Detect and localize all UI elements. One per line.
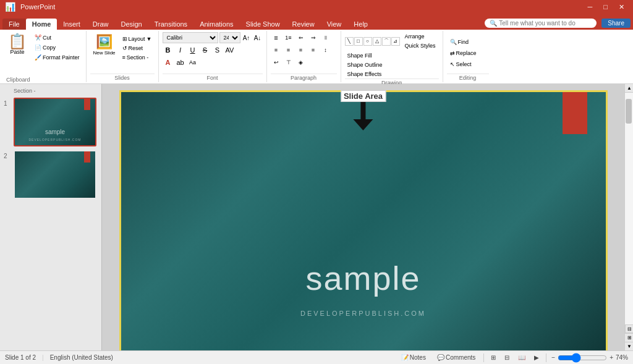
shape-btn-2[interactable]: □ — [354, 37, 363, 46]
increase-font-button[interactable]: A↑ — [242, 33, 252, 43]
slide-panel: Section - 1 sample DEVELOPERPUBLISH.COM … — [0, 84, 102, 350]
view-normal-button[interactable]: ⊞ — [489, 353, 498, 362]
main-area: Section - 1 sample DEVELOPERPUBLISH.COM … — [0, 84, 633, 350]
shape-effects-button[interactable]: Shape Effects — [345, 70, 439, 78]
tab-transitions[interactable]: Transitions — [148, 19, 193, 30]
text-case-button[interactable]: Aa — [187, 57, 198, 68]
align-right-button[interactable]: ≡ — [295, 44, 307, 56]
tab-help[interactable]: Help — [347, 19, 374, 30]
language-indicator[interactable]: English (United States) — [50, 354, 113, 361]
cut-icon: ✂️ — [35, 35, 41, 41]
slide-red-bar — [563, 92, 587, 134]
bullets-button[interactable]: ≡ — [271, 32, 282, 43]
shape-btn-1[interactable]: ╲ — [345, 37, 354, 46]
search-input[interactable] — [499, 20, 592, 27]
scroll-page-down-button[interactable]: ⊟ — [625, 324, 633, 333]
format-painter-button[interactable]: 🖌️ Format Painter — [32, 53, 82, 62]
tab-slideshow[interactable]: Slide Show — [240, 19, 286, 30]
view-slide-sorter-button[interactable]: ⊟ — [503, 353, 511, 362]
decrease-font-button[interactable]: A↓ — [253, 33, 263, 43]
zoom-level[interactable]: 74% — [616, 354, 628, 361]
paste-button[interactable]: 📋 Paste — [4, 32, 31, 57]
scroll-track — [625, 93, 633, 324]
shape-btn-5[interactable]: ⌒ — [382, 37, 391, 46]
comments-icon: 💬 — [437, 354, 444, 361]
shadow-button[interactable]: S — [212, 44, 223, 56]
slide-thumbnail-2[interactable]: 2 — [4, 150, 98, 199]
strikethrough-button[interactable]: S — [200, 44, 211, 56]
italic-button[interactable]: I — [175, 44, 186, 56]
slide-info: Slide 1 of 2 — [5, 354, 36, 361]
scroll-page-up-button[interactable]: ⊞ — [625, 333, 633, 342]
underline-button[interactable]: U — [187, 44, 198, 56]
tab-draw[interactable]: Draw — [87, 19, 115, 30]
tab-design[interactable]: Design — [114, 19, 148, 30]
tab-view[interactable]: View — [321, 19, 348, 30]
minimize-button[interactable]: ─ — [584, 3, 597, 11]
scroll-down-button[interactable]: ▼ — [625, 342, 633, 350]
font-color-button[interactable]: A — [163, 57, 174, 68]
tab-file[interactable]: File — [2, 19, 26, 30]
search-box[interactable]: 🔍 — [485, 19, 597, 28]
find-button[interactable]: 🔍 Find — [447, 37, 489, 47]
align-center-button[interactable]: ≡ — [283, 44, 294, 56]
decrease-indent-button[interactable]: ⇐ — [295, 32, 307, 43]
align-text-button[interactable]: ⊤ — [283, 57, 294, 68]
font-name-select[interactable]: Calibri — [163, 32, 218, 43]
shape-btn-3[interactable]: ○ — [363, 37, 372, 46]
numbering-button[interactable]: 1≡ — [283, 32, 294, 43]
notes-button[interactable]: 📝 Notes — [398, 353, 429, 362]
replace-button[interactable]: ⇄ Replace — [447, 48, 489, 58]
font-size-select[interactable]: 24 — [219, 32, 240, 43]
quick-styles-button[interactable]: Quick Styles — [402, 41, 439, 50]
select-button[interactable]: ↖ Select — [447, 59, 489, 69]
cut-button[interactable]: ✂️ Cut — [32, 33, 82, 42]
align-left-button[interactable]: ≡ — [271, 44, 282, 56]
tab-home[interactable]: Home — [26, 19, 57, 30]
comments-button[interactable]: 💬 Comments — [434, 353, 478, 362]
zoom-range[interactable] — [558, 354, 607, 362]
copy-button[interactable]: 📄 Copy — [32, 43, 82, 52]
new-slide-button[interactable]: 🖼️ New Slide — [90, 32, 119, 57]
section-button[interactable]: ≡ Section - — [120, 53, 155, 62]
app-icon: 📊 — [5, 2, 15, 12]
layout-button[interactable]: ⊞ Layout ▼ — [120, 35, 155, 43]
shapes-palette: ╲ □ ○ △ ⌒ ⊿ — [345, 37, 401, 46]
text-direction-button[interactable]: ↩ — [271, 57, 282, 68]
shape-btn-4[interactable]: △ — [373, 37, 381, 46]
columns-button[interactable]: ⫴ — [320, 32, 331, 43]
maximize-button[interactable]: □ — [600, 3, 611, 11]
char-spacing-button[interactable]: AV — [224, 44, 236, 56]
line-spacing-button[interactable]: ↕ — [320, 44, 331, 56]
increase-indent-button[interactable]: ⇒ — [308, 32, 319, 43]
scroll-thumb[interactable] — [626, 99, 632, 124]
zoom-out-icon[interactable]: − — [551, 354, 555, 361]
tab-review[interactable]: Review — [286, 19, 321, 30]
slides-group-label: Slides — [90, 74, 155, 81]
bold-button[interactable]: B — [163, 44, 174, 56]
editing-group: 🔍 Find ⇄ Replace ↖ Select Editing — [443, 31, 493, 82]
section-label: Section - — [4, 88, 98, 94]
main-slide[interactable]: sample DEVELOPERPUBLISH.COM — [119, 90, 608, 350]
shape-fill-button[interactable]: Shape Fill — [345, 51, 439, 60]
smartart-button[interactable]: ◈ — [295, 57, 307, 68]
slide-subtitle: DEVELOPERPUBLISH.COM — [300, 310, 426, 317]
share-button[interactable]: Share — [601, 19, 631, 28]
search-icon: 🔍 — [490, 20, 497, 27]
shape-btn-6[interactable]: ⊿ — [391, 37, 400, 46]
zoom-slider[interactable]: − + 74% — [551, 354, 628, 362]
arrange-button[interactable]: Arrange — [402, 32, 439, 41]
tab-insert[interactable]: Insert — [57, 19, 87, 30]
tab-animations[interactable]: Animations — [193, 19, 239, 30]
close-button[interactable]: ✕ — [615, 3, 628, 11]
view-slideshow-button[interactable]: ▶ — [532, 353, 541, 362]
zoom-in-icon[interactable]: + — [610, 354, 613, 361]
justify-button[interactable]: ≡ — [308, 44, 319, 56]
shape-outline-button[interactable]: Shape Outline — [345, 61, 439, 69]
view-reading-button[interactable]: 📖 — [516, 353, 527, 362]
reset-button[interactable]: ↺ Reset — [120, 44, 155, 53]
slide-thumbnail-1[interactable]: 1 sample DEVELOPERPUBLISH.COM — [4, 98, 98, 146]
highlight-button[interactable]: ab — [175, 57, 186, 68]
title-bar: 📊 PowerPoint ─ □ ✕ — [0, 0, 633, 14]
scroll-up-button[interactable]: ▲ — [625, 84, 633, 93]
